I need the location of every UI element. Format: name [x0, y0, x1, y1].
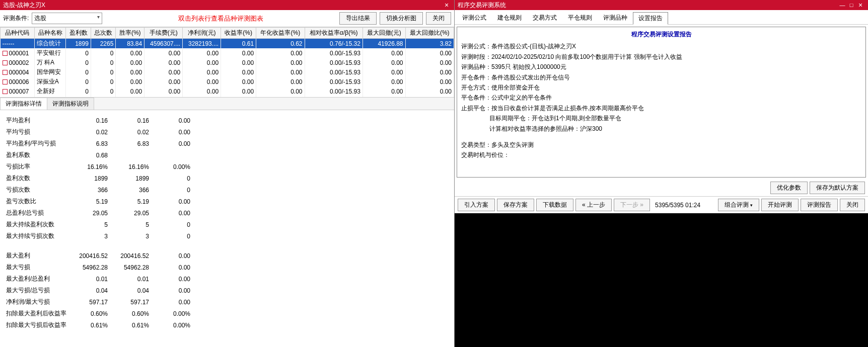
close-icon[interactable]: ×: [442, 1, 451, 9]
table-row[interactable]: 000006深振业A000.000.000.000.000.000.00/-15…: [1, 77, 454, 86]
grid-header[interactable]: 手续费(元): [144, 28, 183, 39]
tab-0[interactable]: 评测公式: [457, 12, 492, 24]
detail-row: 盈利次数189918990: [4, 173, 192, 184]
prev-button[interactable]: « 上一步: [575, 199, 612, 211]
left-panel: 选股-战神之刃X × 评测条件: 选股 双击列表行查看品种评测图表 导出结果 切…: [0, 0, 455, 347]
report-line: 平仓条件：公式中定义的平仓条件: [461, 93, 861, 103]
detail-row: 盈亏次数比5.195.190.00: [4, 196, 192, 207]
right-tabs: 评测公式建仓规则交易方式平仓规则评测品种设置报告: [455, 10, 868, 25]
result-grid[interactable]: 品种代码品种名称盈利数总次数胜率(%)手续费(元)净利润(元)收益率(%)年化收…: [0, 27, 454, 98]
right-panel: 程序交易评测系统 — □ × 评测公式建仓规则交易方式平仓规则评测品种设置报告 …: [455, 0, 868, 347]
grid-header[interactable]: 年化收益率(%): [256, 28, 305, 39]
detail-area: 平均盈利0.160.160.00平均亏损0.020.020.00平均盈利/平均亏…: [0, 110, 454, 347]
tab-4[interactable]: 评测品种: [598, 12, 633, 24]
report-title: 程序交易评测设置报告: [461, 29, 861, 39]
grid-header[interactable]: 品种代码: [1, 28, 35, 39]
detail-row: 平均亏损0.020.020.00: [4, 127, 192, 137]
switch-button[interactable]: 切换分析图: [380, 12, 423, 25]
tab-2[interactable]: 交易方式: [527, 12, 562, 24]
grid-header[interactable]: 相对收益率α/β(%): [305, 28, 363, 39]
download-button[interactable]: 下载数据: [536, 199, 573, 211]
detail-row: 最大亏损54962.2854962.280.00: [4, 262, 192, 273]
report-line: 交易时机与价位：: [461, 150, 861, 160]
save-default-button[interactable]: 保存为默认方案: [810, 182, 865, 194]
checkbox-icon[interactable]: [3, 51, 8, 56]
report-line: 目标周期平仓：开仓达到1个周期,则全部数量平仓: [461, 113, 861, 123]
report-line: 开仓方式：使用全部资金开仓: [461, 82, 861, 93]
report-line: 评测公式：条件选股公式-(日线)-战神之刃X: [461, 41, 861, 51]
grid-header[interactable]: 总次数: [91, 28, 115, 39]
save-button[interactable]: 保存方案: [497, 199, 534, 211]
tab-3[interactable]: 平仓规则: [562, 12, 598, 24]
left-title-bar: 选股-战神之刃X ×: [0, 0, 454, 10]
grid-header[interactable]: 净利润(元): [183, 28, 221, 39]
progress-status: 5395/5395 01:24: [652, 202, 703, 209]
report-line: 评测时段：2024/02/10-2025/02/10 向前多取100个数据用于计…: [461, 52, 861, 62]
report-line: 计算相对收益率选择的参照品种：沪深300: [461, 124, 861, 134]
checkbox-icon[interactable]: [3, 79, 8, 84]
detail-row: 扣除最大亏损后收益率0.61%0.61%0.00%: [4, 320, 192, 330]
report-line: 止损平仓：按当日收盘价计算是否满足止损条件,按本周期最高价平仓: [461, 103, 861, 113]
detail-row: 最大持续盈利次数550: [4, 219, 192, 230]
combo-eval-button[interactable]: 组合评测: [718, 199, 759, 211]
eval-report-button[interactable]: 评测报告: [801, 199, 838, 211]
tab-detail[interactable]: 评测指标详情: [0, 98, 47, 110]
grid-header[interactable]: 最大回撤(元): [363, 28, 405, 39]
detail-row: 最大盈利200416.52200416.520.00: [4, 250, 192, 261]
detail-row: 最大亏损/总亏损0.040.040.00: [4, 285, 192, 296]
detail-row: 净利润/最大亏损597.17597.170.00: [4, 297, 192, 307]
cond-dropdown[interactable]: 选股: [32, 13, 102, 24]
close-button[interactable]: 关闭: [426, 12, 451, 25]
detail-row: 平均盈利/平均亏损6.836.830.00: [4, 138, 192, 149]
report-box: 程序交易评测设置报告 评测公式：条件选股公式-(日线)-战神之刃X评测时段：20…: [457, 27, 866, 178]
detail-row: 扣除最大盈利后收益率0.60%0.60%0.00%: [4, 308, 192, 319]
table-row[interactable]: ------综合统计1899226583.844596307....328219…: [1, 39, 454, 49]
checkbox-icon[interactable]: [3, 89, 8, 94]
grid-header[interactable]: 盈利数: [66, 28, 91, 39]
left-title: 选股-战神之刃X: [3, 1, 442, 10]
grid-header[interactable]: 品种名称: [34, 28, 66, 39]
close-icon[interactable]: ×: [856, 1, 865, 9]
right-title: 程序交易评测系统: [458, 1, 838, 10]
right-controls: 引入方案 保存方案 下载数据 « 上一步 下一步 » 5395/5395 01:…: [455, 196, 868, 213]
minimize-icon[interactable]: —: [838, 2, 847, 8]
table-row[interactable]: 000004国华网安000.000.000.000.000.000.00/-15…: [1, 67, 454, 77]
start-eval-button[interactable]: 开始评测: [761, 199, 799, 211]
detail-row: 平均盈利0.160.160.00: [4, 115, 192, 126]
grid-header[interactable]: 最大回撤比(%): [405, 28, 454, 39]
report-line: 开仓条件：条件选股公式发出的开仓信号: [461, 72, 861, 82]
table-row[interactable]: 000007全新好000.000.000.000.000.000.00/-15.…: [1, 86, 454, 96]
export-button[interactable]: 导出结果: [339, 12, 377, 25]
detail-row: 亏损比率16.16%16.16%0.00%: [4, 161, 192, 172]
checkbox-icon[interactable]: [3, 70, 8, 75]
tab-explain[interactable]: 评测指标说明: [47, 98, 94, 110]
right-buttons-1: 优化参数 保存为默认方案: [455, 180, 868, 196]
detail-row: 亏损次数3663660: [4, 185, 192, 195]
close-button[interactable]: 关闭: [840, 199, 865, 211]
tab-1[interactable]: 建仓规则: [492, 12, 527, 24]
detail-row: 盈利系数0.68: [4, 150, 192, 160]
tab-5[interactable]: 设置报告: [633, 12, 668, 25]
right-top: 程序交易评测系统 — □ × 评测公式建仓规则交易方式平仓规则评测品种设置报告 …: [455, 0, 868, 213]
report-line: 交易类型：多头及空头评测: [461, 140, 861, 150]
right-black-area: [455, 213, 868, 347]
grid-header[interactable]: 收益率(%): [221, 28, 256, 39]
hint-text: 双击列表行查看品种评测图表: [105, 14, 336, 23]
report-line: 评测品种：5395只 初始投入1000000元: [461, 62, 861, 72]
checkbox-icon[interactable]: [3, 60, 8, 65]
maximize-icon[interactable]: □: [847, 2, 856, 8]
right-title-bar: 程序交易评测系统 — □ ×: [455, 0, 868, 10]
import-button[interactable]: 引入方案: [458, 199, 495, 211]
detail-tabs: 评测指标详情 评测指标说明: [0, 98, 454, 110]
left-toolbar: 评测条件: 选股 双击列表行查看品种评测图表 导出结果 切换分析图 关闭: [0, 10, 454, 27]
detail-row: 总盈利/总亏损29.0529.050.00: [4, 208, 192, 218]
optimize-button[interactable]: 优化参数: [770, 182, 808, 194]
detail-row: 最大持续亏损次数330: [4, 231, 192, 241]
next-button[interactable]: 下一步 »: [614, 199, 650, 211]
detail-row: 最大盈利/总盈利0.010.010.00: [4, 274, 192, 284]
table-row[interactable]: 000001平安银行000.000.000.000.000.000.00/-15…: [1, 48, 454, 58]
table-row[interactable]: 000002万 科A000.000.000.000.000.000.00/-15…: [1, 58, 454, 67]
grid-header[interactable]: 胜率(%): [116, 28, 144, 39]
cond-label: 评测条件:: [3, 14, 29, 23]
